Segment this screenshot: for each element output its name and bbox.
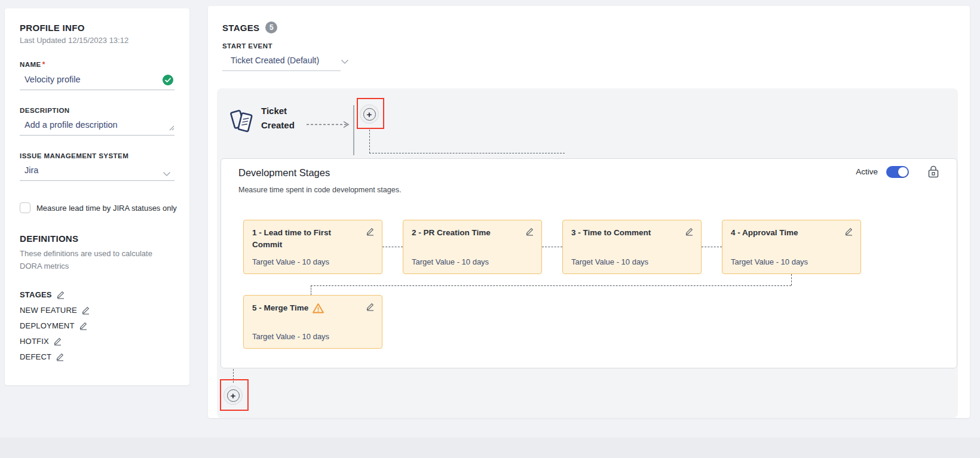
start-event-label: START EVENT [222, 42, 970, 50]
name-label: NAME* [20, 60, 174, 69]
stage-target-value: Target Value - 10 days [571, 257, 694, 266]
definition-item: NEW FEATURE [20, 302, 174, 318]
edit-pencil-icon[interactable] [685, 227, 694, 236]
definitions-title: DEFINITIONS [20, 233, 174, 244]
stage-card[interactable]: 4 - Approval Time Target Value - 10 days [722, 220, 861, 274]
stage-connector-wrap [791, 274, 792, 285]
stage-title: 2 - PR Creation Time [412, 227, 491, 239]
lock-icon[interactable] [928, 165, 939, 178]
highlight-rect-top [357, 98, 384, 129]
edit-pencil-icon[interactable] [79, 321, 88, 330]
definitions-list: STAGES NEW FEATURE DEPLOYMENT HOTFIX DEF… [20, 287, 174, 364]
name-field[interactable]: Velocity profile [20, 72, 174, 90]
stage-target-value: Target Value - 10 days [731, 257, 853, 266]
edit-pencil-icon[interactable] [366, 302, 375, 311]
checkbox-unchecked-icon[interactable] [20, 202, 30, 213]
last-updated-label: Last Updated [20, 36, 66, 45]
stage-title: 1 - Lead time to First Commit [252, 227, 342, 251]
edit-pencil-icon[interactable] [844, 227, 853, 236]
dashed-arrow-icon [307, 120, 353, 131]
active-toggle[interactable] [886, 166, 909, 178]
highlight-rect-bottom [220, 379, 249, 411]
stages-count-badge: 5 [265, 21, 277, 33]
description-field[interactable]: Add a profile description [20, 118, 174, 136]
required-asterisk: * [42, 60, 45, 69]
edit-pencil-icon[interactable] [366, 227, 375, 236]
definition-item: DEFECT [20, 349, 174, 364]
name-input[interactable]: Velocity profile [24, 75, 159, 84]
edit-pencil-icon[interactable] [81, 306, 90, 315]
chevron-down-icon [341, 56, 349, 67]
stage-card[interactable]: 5 - Merge Time Target Value - 10 days [243, 295, 382, 349]
lead-time-checkbox-row[interactable]: Measure lead time by JIRA statuses only [20, 202, 174, 213]
stage-target-value: Target Value - 10 days [252, 257, 375, 266]
last-updated-value: 12/15/2023 13:12 [68, 36, 128, 45]
lead-time-checkbox-label: Measure lead time by JIRA statuses only [36, 202, 177, 213]
connector-elbow [369, 130, 565, 153]
resize-handle-icon[interactable] [169, 122, 174, 133]
stages-title: STAGES [222, 23, 259, 33]
stage-target-value: Target Value - 10 days [252, 332, 375, 341]
definition-label: DEFECT [20, 352, 51, 361]
edit-pencil-icon[interactable] [56, 352, 65, 361]
last-updated: Last Updated 12/15/2023 13:12 [20, 36, 174, 45]
profile-info-title: PROFILE INFO [20, 23, 174, 33]
definitions-subtitle: These definitions are used to calculate … [20, 247, 170, 272]
check-circle-icon [163, 75, 173, 85]
active-label: Active [856, 167, 878, 176]
stage-title: 5 - Merge Time [252, 302, 308, 314]
issue-management-select[interactable]: Jira [20, 163, 174, 181]
development-stages-card: Development Stages Measure time spent in… [220, 158, 957, 368]
start-event-value: Ticket Created (Default) [231, 56, 326, 65]
definition-label: NEW FEATURE [20, 306, 77, 315]
stage-connector-wrap [311, 285, 311, 295]
toggle-knob [898, 167, 908, 177]
description-textarea[interactable]: Add a profile description [24, 120, 159, 130]
stages-flow-canvas: Ticket Created + Development Stages Meas… [217, 88, 958, 418]
stage-connector-wrap [311, 285, 791, 286]
tickets-icon [229, 107, 256, 140]
stage-connector [382, 247, 403, 247]
page-footer-band [0, 438, 980, 458]
definition-label: STAGES [20, 290, 52, 299]
group-subtitle: Measure time spent in code development s… [238, 186, 401, 194]
edit-pencil-icon[interactable] [525, 227, 534, 236]
chevron-down-icon [163, 168, 171, 179]
definition-label: DEPLOYMENT [20, 321, 75, 330]
stage-connector [702, 247, 722, 247]
insert-indicator-bar [353, 105, 354, 155]
edit-pencil-icon[interactable] [53, 337, 62, 346]
warning-icon [312, 303, 324, 314]
stage-card[interactable]: 3 - Time to Comment Target Value - 10 da… [562, 220, 702, 274]
stage-card[interactable]: 2 - PR Creation Time Target Value - 10 d… [403, 220, 542, 274]
stage-target-value: Target Value - 10 days [412, 257, 534, 266]
stage-title: 3 - Time to Comment [571, 227, 651, 239]
profile-info-panel: PROFILE INFO Last Updated 12/15/2023 13:… [5, 8, 189, 385]
definition-item: HOTFIX [20, 333, 174, 349]
stage-card[interactable]: 1 - Lead time to First Commit Target Val… [243, 220, 382, 274]
issue-management-value: Jira [24, 165, 159, 175]
edit-pencil-icon[interactable] [56, 290, 65, 299]
description-label: DESCRIPTION [20, 107, 174, 114]
group-title: Development Stages [238, 167, 330, 179]
issue-management-label: ISSUE MANAGEMENT SYSTEM [20, 152, 174, 159]
start-event-select[interactable]: Ticket Created (Default) [222, 52, 341, 71]
stage-title: 4 - Approval Time [731, 227, 798, 239]
stage-connector [542, 247, 562, 247]
definition-item: STAGES [20, 287, 174, 302]
stages-panel: STAGES 5 START EVENT Ticket Created (Def… [208, 6, 970, 418]
definition-item: DEPLOYMENT [20, 318, 174, 333]
definition-label: HOTFIX [20, 337, 49, 346]
